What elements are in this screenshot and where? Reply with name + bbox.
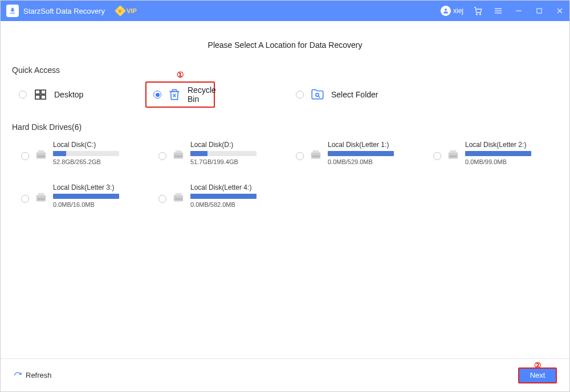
refresh-icon [13,371,22,380]
drive-usage-text: 51.7GB/199.4GB [190,158,256,165]
drive-name: Local Disk(Letter 3:) [53,183,119,191]
refresh-button[interactable]: Refresh [13,371,52,380]
drive-name: Local Disk(Letter 2:) [465,141,531,149]
drive-usage-bar [190,194,256,199]
quick-access-select-folder[interactable]: Select Folder [289,81,419,108]
ssd-drive-icon [35,191,47,204]
svg-rect-19 [174,152,184,158]
drive-grid: Local Disk(C:)52.8GB/265.2GBLocal Disk(D… [12,138,558,208]
radio-drive[interactable] [296,152,304,160]
svg-rect-13 [41,95,46,99]
windows-icon [32,87,48,103]
drive-item[interactable]: Local Disk(D:)51.7GB/199.4GB [149,138,283,165]
svg-rect-29 [38,193,44,196]
drive-usage-text: 0.0MB/99.0MB [465,158,531,165]
cart-icon[interactable] [471,5,484,17]
drive-name: Local Disk(D:) [190,141,256,149]
drive-item[interactable]: Local Disk(Letter 4:)0.0MB/582.0MB [149,181,283,208]
svg-point-14 [316,93,319,96]
svg-rect-20 [176,150,182,153]
titlebar: StarzSoft Data Recovery VIP xiej [1,1,569,21]
quick-access-label: Desktop [54,90,83,99]
drive-usage-bar [465,151,531,156]
drive-name: Local Disk(Letter 1:) [328,141,394,149]
vip-badge: VIP [116,7,137,15]
maximize-button[interactable] [533,5,545,17]
app-title: StarzSoft Data Recovery [23,7,105,15]
drive-usage-bar [53,194,119,199]
svg-rect-11 [41,90,46,94]
radio-select-folder[interactable] [296,91,304,99]
vip-diamond-icon [115,5,126,17]
svg-rect-25 [449,152,458,158]
svg-rect-33 [175,198,182,200]
svg-rect-27 [450,156,457,157]
user-account[interactable]: xiej [441,6,463,16]
svg-rect-30 [38,198,45,200]
drive-usage-bar [328,151,394,156]
menu-icon[interactable] [492,5,504,17]
svg-rect-16 [36,152,46,158]
radio-drive[interactable] [21,195,29,203]
drive-usage-text: 52.8GB/265.2GB [53,158,119,165]
refresh-label: Refresh [26,371,52,379]
svg-point-0 [445,9,447,11]
drive-item[interactable]: Local Disk(C:)52.8GB/265.2GB [12,138,146,165]
quick-access-label: Recycle Bin [188,85,216,104]
radio-drive[interactable] [158,152,166,160]
user-name: xiej [453,7,463,15]
svg-rect-28 [36,195,46,201]
svg-rect-26 [450,150,457,153]
svg-rect-18 [38,156,45,157]
drive-name: Local Disk(C:) [53,141,119,149]
radio-drive[interactable] [433,152,441,160]
ssd-drive-icon [172,191,185,204]
ssd-drive-icon [310,149,322,161]
drive-usage-text: 0.0MB/16.0MB [53,201,119,208]
radio-desktop[interactable] [19,91,27,99]
svg-point-1 [477,14,478,15]
drive-usage-text: 0.0MB/529.0MB [328,158,394,165]
recycle-bin-icon [167,87,182,103]
quick-access-recycle-bin[interactable]: Recycle Bin [145,81,215,108]
drive-usage-text: 0.0MB/582.0MB [190,201,256,208]
annotation-2: ② [534,361,542,370]
svg-rect-31 [174,195,184,201]
quick-access-title: Quick Access [12,66,558,75]
ssd-drive-icon [447,149,459,161]
svg-rect-21 [175,156,182,157]
ssd-drive-icon [172,149,185,161]
drive-usage-bar [53,151,119,156]
quick-access-row: Desktop ① Recycle Bin Select Folder [12,81,558,108]
svg-rect-23 [313,150,319,153]
drive-item[interactable]: Local Disk(Letter 3:)0.0MB/16.0MB [12,181,146,208]
drive-item[interactable]: Local Disk(Letter 1:)0.0MB/529.0MB [287,138,421,165]
page-heading: Please Select A Location for Data Recove… [12,40,558,50]
svg-point-2 [480,14,481,15]
drive-usage-bar [190,151,256,156]
svg-rect-24 [312,156,320,157]
footer: Refresh ② Next [1,358,569,391]
svg-rect-10 [35,90,40,94]
annotation-1: ① [177,70,184,79]
close-button[interactable] [553,5,566,17]
quick-access-desktop[interactable]: Desktop [12,81,142,108]
ssd-drive-icon [35,149,47,161]
search-folder-icon [310,87,325,103]
svg-rect-32 [176,193,182,196]
radio-drive[interactable] [21,152,29,160]
next-button[interactable]: Next [518,368,557,383]
svg-rect-7 [537,9,542,13]
vip-label: VIP [127,7,137,14]
svg-rect-17 [38,150,44,153]
radio-recycle-bin[interactable] [153,91,161,99]
radio-drive[interactable] [158,195,166,203]
drives-title: Hard Disk Drives(6) [12,122,558,132]
next-label: Next [530,371,545,379]
svg-line-15 [318,96,320,97]
app-logo-icon [6,5,19,17]
drive-item[interactable]: Local Disk(Letter 2:)0.0MB/99.0MB [424,138,558,165]
quick-access-label: Select Folder [331,90,378,99]
user-avatar-icon [441,6,451,16]
minimize-button[interactable] [512,5,525,17]
